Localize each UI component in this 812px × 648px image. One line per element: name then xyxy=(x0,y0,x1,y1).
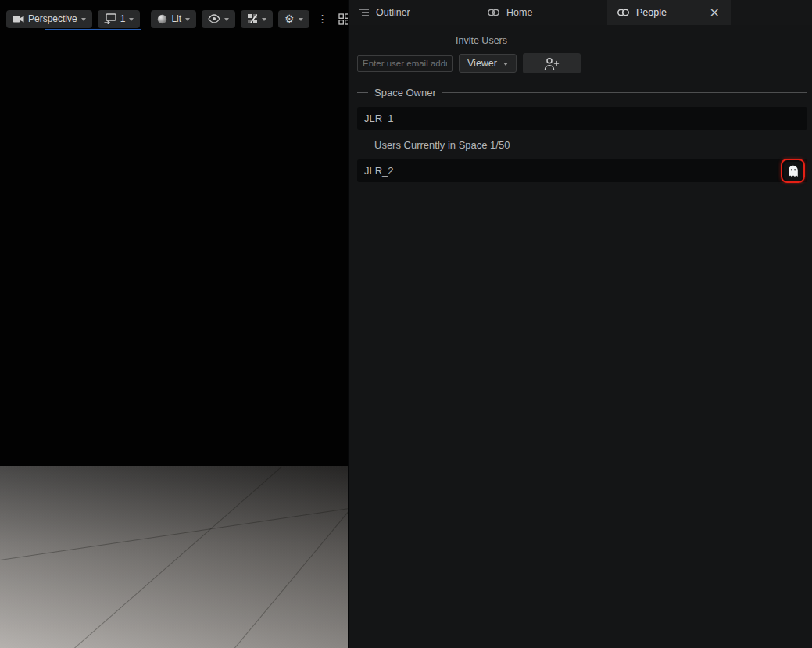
camera-icon xyxy=(13,15,24,23)
viewport-3d[interactable]: Perspective 1 Lit xyxy=(0,0,348,648)
link-rings-icon xyxy=(487,8,500,17)
divider-line xyxy=(442,92,807,93)
users-in-space-header: Users Currently in Space 1/50 xyxy=(357,139,807,151)
gear-icon: ⚙ xyxy=(284,13,295,24)
users-in-space-title: Users Currently in Space 1/50 xyxy=(374,139,510,151)
view-mode-dropdown[interactable]: Lit xyxy=(151,10,196,28)
highlight-ring xyxy=(781,159,805,183)
divider-line xyxy=(516,145,807,145)
tab-label: People xyxy=(636,7,667,18)
ghost-mode-button[interactable] xyxy=(784,162,803,181)
view-size-dropdown[interactable]: 1 xyxy=(98,10,141,28)
tab-outliner[interactable]: Outliner xyxy=(349,0,478,25)
maximize-viewport-button[interactable] xyxy=(336,10,348,28)
chevron-down-icon xyxy=(503,63,508,66)
role-dropdown[interactable]: Viewer xyxy=(459,54,517,73)
chevron-down-icon xyxy=(81,18,86,21)
chevron-down-icon xyxy=(262,18,266,21)
people-panel: Outliner Home People × Invite Users xyxy=(348,0,812,648)
close-icon[interactable]: × xyxy=(708,6,721,19)
viewport-active-indicator xyxy=(45,29,141,30)
perspective-dropdown[interactable]: Perspective xyxy=(6,10,92,28)
view-mode-label: Lit xyxy=(171,13,181,24)
outliner-list-icon xyxy=(359,7,370,18)
email-input[interactable] xyxy=(357,55,453,72)
tab-label: Outliner xyxy=(376,7,410,18)
panel-tab-bar: Outliner Home People × xyxy=(349,0,812,25)
tab-label: Home xyxy=(506,7,532,18)
app-root: Perspective 1 Lit xyxy=(0,0,812,648)
viewport-toolbar: Perspective 1 Lit xyxy=(6,9,343,28)
space-owner-header: Space Owner xyxy=(357,87,807,98)
role-selected-label: Viewer xyxy=(467,58,497,69)
owner-row[interactable]: JLR_1 xyxy=(357,107,807,130)
lit-sphere-icon xyxy=(157,14,167,24)
kebab-menu-icon: ⋮ xyxy=(317,13,328,24)
people-content: Invite Users Viewer Space Owner xyxy=(349,35,812,182)
tab-people[interactable]: People × xyxy=(607,0,731,25)
viewport-options-button[interactable]: ⋮ xyxy=(315,10,331,28)
checker-brush-icon xyxy=(247,13,258,24)
settings-dropdown[interactable]: ⚙ xyxy=(278,10,309,28)
view-index-label: 1 xyxy=(120,13,126,24)
invite-users-title: Invite Users xyxy=(456,35,507,46)
user-name: JLR_2 xyxy=(364,165,394,177)
user-row[interactable]: JLR_2 xyxy=(357,159,807,182)
viewport-floor xyxy=(0,466,348,648)
screen-size-icon xyxy=(104,13,116,24)
divider-dash xyxy=(357,92,368,93)
divider-line xyxy=(514,41,606,41)
invite-row: Viewer xyxy=(357,53,807,73)
floor-seam xyxy=(0,508,348,560)
chevron-down-icon xyxy=(299,18,303,21)
owner-name: JLR_1 xyxy=(364,113,394,124)
preview-options-dropdown[interactable] xyxy=(241,10,273,28)
ghost-icon xyxy=(788,165,799,177)
divider-dash xyxy=(357,145,368,145)
show-flags-dropdown[interactable] xyxy=(202,10,235,28)
person-add-icon xyxy=(543,57,560,70)
link-rings-icon xyxy=(617,8,630,17)
divider-line xyxy=(357,41,449,41)
eye-icon xyxy=(208,14,220,23)
quad-layout-icon xyxy=(338,13,348,25)
chevron-down-icon xyxy=(224,18,229,21)
chevron-down-icon xyxy=(185,18,190,21)
floor-seam xyxy=(234,512,348,648)
floor-seam xyxy=(74,467,282,648)
perspective-label: Perspective xyxy=(28,13,77,24)
invite-users-header: Invite Users xyxy=(357,35,606,46)
tab-home[interactable]: Home xyxy=(478,0,607,25)
chevron-down-icon xyxy=(129,18,134,21)
add-user-button[interactable] xyxy=(523,53,581,73)
space-owner-title: Space Owner xyxy=(374,87,436,98)
